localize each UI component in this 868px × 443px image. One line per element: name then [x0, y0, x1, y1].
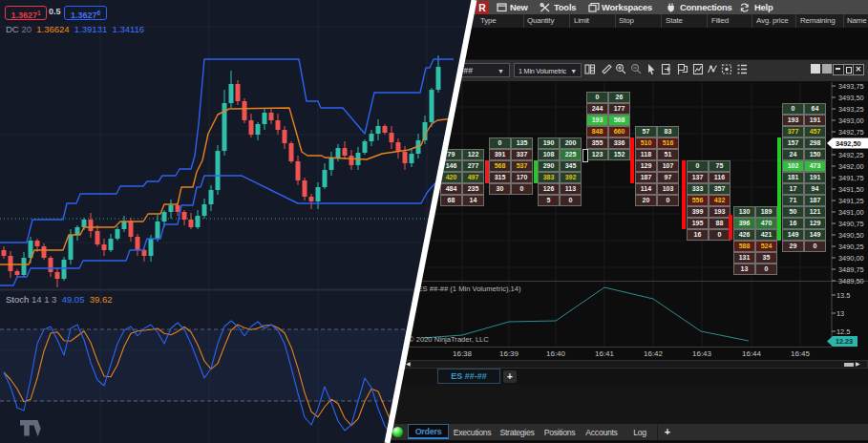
svg-text:16:39: 16:39	[499, 349, 519, 358]
svg-text:13: 13	[836, 309, 844, 318]
svg-text:DX|ES ##-## (1 Min Volumetric): DX|ES ##-## (1 Min Volumetric),14)	[406, 285, 521, 293]
svg-text:16:41: 16:41	[595, 349, 615, 358]
svg-text:16:44: 16:44	[742, 349, 762, 358]
svg-text:12.23: 12.23	[836, 337, 853, 346]
svg-text:3492,00: 3492,00	[838, 162, 864, 171]
svg-text:13.5: 13.5	[836, 291, 850, 300]
svg-text:3492,75: 3492,75	[838, 128, 864, 137]
svg-text:16:42: 16:42	[644, 349, 664, 358]
svg-text:3490,00: 3490,00	[838, 254, 864, 263]
svg-text:3489,75: 3489,75	[838, 265, 864, 274]
svg-text:16:38: 16:38	[453, 349, 473, 358]
svg-text:16:43: 16:43	[692, 349, 712, 358]
svg-text:3493,00: 3493,00	[838, 116, 864, 125]
svg-text:3493,25: 3493,25	[838, 105, 864, 114]
svg-text:3490,75: 3490,75	[838, 220, 864, 228]
svg-text:3491,75: 3491,75	[838, 174, 864, 182]
svg-text:3489,50: 3489,50	[838, 277, 864, 285]
svg-text:© 2020 NinjaTrader, LLC: © 2020 NinjaTrader, LLC	[409, 335, 489, 344]
svg-text:3490,25: 3490,25	[838, 243, 864, 251]
svg-text:12.5: 12.5	[836, 327, 850, 336]
svg-text:3490,50: 3490,50	[838, 231, 864, 240]
svg-text:3493,75: 3493,75	[838, 82, 864, 91]
svg-text:3491,00: 3491,00	[838, 208, 864, 217]
svg-text:3491,25: 3491,25	[838, 197, 864, 205]
svg-text:3492,50: 3492,50	[836, 139, 861, 148]
svg-text:3491,50: 3491,50	[838, 185, 864, 194]
svg-text:16:45: 16:45	[791, 349, 811, 358]
svg-text:3493,50: 3493,50	[838, 94, 864, 102]
svg-text:16:40: 16:40	[546, 349, 566, 358]
svg-text:3492,25: 3492,25	[838, 151, 864, 159]
